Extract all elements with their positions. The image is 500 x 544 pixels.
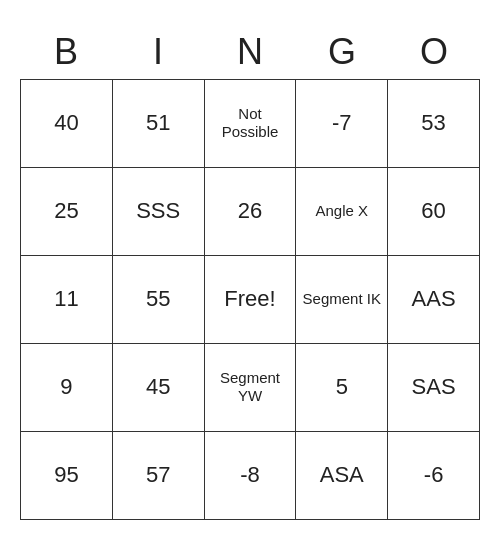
cell-r3-c0: 9 xyxy=(21,344,113,432)
cell-r0-c3: -7 xyxy=(296,80,388,168)
cell-r0-c4: 53 xyxy=(388,80,480,168)
cell-r3-c4: SAS xyxy=(388,344,480,432)
cell-r4-c3: ASA xyxy=(296,432,388,520)
cell-r3-c1: 45 xyxy=(113,344,205,432)
cell-r0-c2: Not Possible xyxy=(205,80,297,168)
cell-r1-c4: 60 xyxy=(388,168,480,256)
cell-r3-c2: Segment YW xyxy=(205,344,297,432)
cell-r2-c3: Segment IK xyxy=(296,256,388,344)
cell-r4-c2: -8 xyxy=(205,432,297,520)
header-letter: B xyxy=(20,25,112,79)
cell-r2-c4: AAS xyxy=(388,256,480,344)
header-letter: G xyxy=(296,25,388,79)
cell-r2-c0: 11 xyxy=(21,256,113,344)
bingo-card: BINGO 4051Not Possible-75325SSS26Angle X… xyxy=(20,25,480,520)
bingo-header: BINGO xyxy=(20,25,480,79)
cell-r1-c2: 26 xyxy=(205,168,297,256)
cell-r0-c1: 51 xyxy=(113,80,205,168)
cell-r4-c1: 57 xyxy=(113,432,205,520)
cell-r1-c0: 25 xyxy=(21,168,113,256)
bingo-grid: 4051Not Possible-75325SSS26Angle X601155… xyxy=(20,79,480,520)
cell-r2-c1: 55 xyxy=(113,256,205,344)
header-letter: I xyxy=(112,25,204,79)
cell-r3-c3: 5 xyxy=(296,344,388,432)
cell-r1-c1: SSS xyxy=(113,168,205,256)
header-letter: O xyxy=(388,25,480,79)
header-letter: N xyxy=(204,25,296,79)
cell-r2-c2: Free! xyxy=(205,256,297,344)
cell-r4-c0: 95 xyxy=(21,432,113,520)
cell-r1-c3: Angle X xyxy=(296,168,388,256)
cell-r4-c4: -6 xyxy=(388,432,480,520)
cell-r0-c0: 40 xyxy=(21,80,113,168)
